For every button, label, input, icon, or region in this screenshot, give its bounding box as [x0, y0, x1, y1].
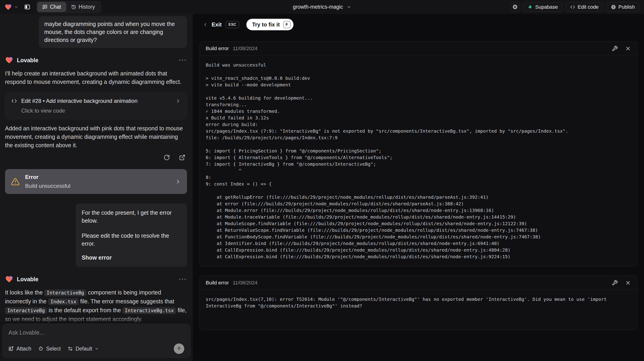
edit-code-button[interactable]: Edit code: [566, 2, 603, 12]
build-error-card-1-header: Build error 11/08/2024: [200, 41, 637, 56]
history-icon: [71, 4, 76, 9]
retry-button[interactable]: [162, 153, 172, 162]
select-button[interactable]: Select: [38, 346, 61, 352]
exit-button[interactable]: Exit ESC: [203, 21, 239, 28]
build-error-summary-card[interactable]: Error Build unsuccessful: [5, 169, 187, 194]
build-error-title: Build error: [206, 45, 229, 51]
wrench-icon[interactable]: [612, 280, 618, 286]
exit-label: Exit: [212, 21, 222, 28]
refresh-icon: [164, 154, 170, 161]
error-texts: Error Build unsuccessful: [25, 174, 70, 189]
arrow-up-icon: [176, 346, 182, 352]
heart-icon: [5, 56, 13, 64]
panel-left-icon: [24, 4, 30, 10]
message-menu-ellipsis-icon[interactable]: ···: [179, 276, 187, 283]
publish-button[interactable]: Publish: [606, 2, 640, 12]
message-menu-ellipsis-icon[interactable]: ···: [179, 57, 187, 64]
logo-chevron-down-icon[interactable]: [14, 5, 18, 9]
supabase-button[interactable]: Supabase: [523, 2, 562, 12]
build-error-card-2-body: src/pages/Index.tsx(7,10): error TS2614:…: [200, 290, 637, 330]
preview-top-bar: Exit ESC Try to fix it F: [200, 14, 637, 32]
open-preview-button[interactable]: [178, 153, 187, 162]
error-card-title: Error: [25, 174, 70, 180]
chat-history-tabs: Chat History: [36, 1, 101, 13]
chat-panel: maybe diagramming points and when you mo…: [0, 14, 193, 361]
assistant-fix-text: It looks like the InteractiveBg componen…: [5, 288, 187, 323]
f-key-badge: F: [283, 21, 290, 28]
gear-icon: ⚙: [512, 4, 518, 10]
edit-28-subtitle: Click to view code: [21, 108, 181, 114]
preview-panel: Exit ESC Try to fix it F Build error 11/…: [193, 14, 644, 361]
try-to-fix-label: Try to fix it: [252, 21, 280, 28]
user-message-text: maybe diagramming points and when you mo…: [44, 21, 175, 43]
assistant-summary-text: Added an interactive background with pin…: [5, 124, 187, 149]
build-error-card-1: Build error 11/08/2024 Build was unsucce…: [200, 41, 637, 266]
globe-icon: [611, 4, 616, 9]
top-bar: Chat History growth-metrics-magic ⚙ Supa…: [0, 0, 644, 14]
close-icon[interactable]: [625, 280, 631, 286]
build-error-date: 11/08/2024: [232, 280, 257, 286]
esc-key-badge: ESC: [226, 21, 239, 28]
edit-code-label: Edit code: [578, 4, 598, 10]
show-error-link[interactable]: Show error: [82, 254, 181, 262]
project-switcher[interactable]: growth-metrics-magic: [293, 4, 351, 10]
lovable-heart-icon[interactable]: [4, 3, 12, 11]
message-actions: [5, 153, 187, 162]
build-error-title: Build error: [206, 280, 229, 286]
tab-chat[interactable]: Chat: [38, 2, 66, 12]
toggle-sidebar-button[interactable]: [22, 2, 32, 12]
build-error-date: 11/08/2024: [232, 45, 257, 51]
send-button[interactable]: [174, 344, 184, 354]
composer-wrap: Attach Select Default: [0, 324, 193, 361]
select-label: Select: [46, 346, 61, 352]
build-error-card-1-body: Build was unsuccessful > vite_react_shad…: [200, 56, 637, 266]
close-icon[interactable]: [625, 45, 631, 51]
settings-button[interactable]: ⚙: [510, 2, 520, 12]
sliders-icon: [68, 346, 73, 352]
chat-message-list[interactable]: maybe diagramming points and when you mo…: [0, 14, 193, 324]
attach-image-icon: [8, 346, 14, 352]
user-message-line: For the code present, I get the error be…: [82, 209, 181, 225]
edit-28-row: Edit #28 • Add interactive background an…: [11, 98, 181, 104]
error-card-subtitle: Build unsuccessful: [25, 183, 70, 189]
edit-28-title: Edit #28 • Add interactive background an…: [21, 98, 138, 104]
build-log: Build was unsuccessful > vite_react_shad…: [206, 62, 631, 260]
chevron-left-icon: [203, 22, 208, 27]
attach-label: Attach: [16, 346, 31, 352]
code-icon: [11, 98, 17, 104]
assistant-name: Lovable: [17, 276, 38, 283]
project-chevron-down-icon: [347, 5, 351, 9]
main-split: maybe diagramming points and when you mo…: [0, 14, 644, 361]
build-error-card-2: Build error 11/08/2024 src/pages/Index.t…: [200, 276, 637, 330]
try-to-fix-button[interactable]: Try to fix it F: [246, 18, 294, 31]
project-name: growth-metrics-magic: [293, 4, 343, 10]
code-icon: [570, 4, 575, 9]
top-bar-right: ⚙ Supabase Edit code Publish: [351, 2, 640, 12]
chevron-right-icon: [175, 98, 181, 104]
user-message-line: Please edit the code to resolve the erro…: [82, 232, 181, 248]
tab-history[interactable]: History: [66, 2, 100, 12]
supabase-label: Supabase: [535, 4, 558, 10]
wrench-icon[interactable]: [612, 45, 618, 51]
external-link-icon: [179, 154, 186, 161]
chevron-right-icon: [175, 179, 181, 185]
select-target-icon: [38, 346, 44, 352]
model-selector[interactable]: Default: [68, 346, 99, 352]
publish-label: Publish: [618, 4, 635, 10]
model-label: Default: [76, 346, 92, 352]
assistant-name: Lovable: [17, 57, 38, 64]
supabase-bolt-icon: [528, 4, 533, 9]
composer: Attach Select Default: [2, 324, 190, 358]
assistant-message-header: Lovable ···: [5, 275, 187, 283]
chat-input[interactable]: [8, 329, 184, 343]
attach-button[interactable]: Attach: [8, 346, 31, 352]
heart-icon: [5, 275, 13, 283]
assistant-message-header: Lovable ···: [5, 56, 187, 64]
edit-28-card[interactable]: Edit #28 • Add interactive background an…: [5, 92, 187, 119]
chat-bubble-icon: [42, 4, 48, 9]
warning-triangle-icon: [11, 177, 20, 186]
assistant-intro-text: I'll help create an interactive backgrou…: [5, 69, 187, 86]
build-error-card-actions: [612, 45, 631, 51]
top-bar-left: Chat History: [4, 1, 293, 13]
user-message: For the code present, I get the error be…: [76, 204, 187, 267]
